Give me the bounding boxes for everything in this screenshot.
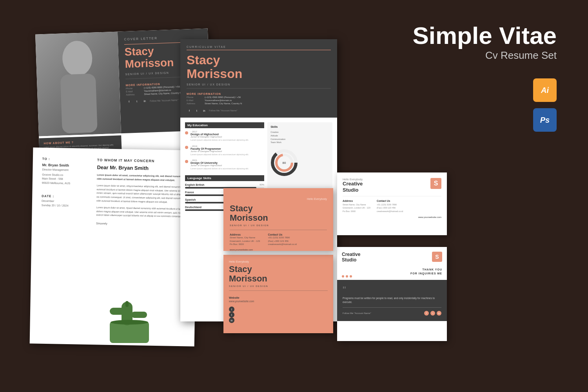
cpb-fb-icon: f bbox=[229, 307, 234, 312]
edu-item-2: - 2021 Design Of University Junior of De… bbox=[185, 159, 264, 171]
cv-phone-row: Phone (+123) 4566 8890 (Personal) / +56 bbox=[187, 96, 331, 98]
sincerely: Sincerely bbox=[96, 222, 187, 226]
cdb-right: S bbox=[432, 252, 442, 262]
date-section: DATE : December Sunday 20 / 10 / 2024 bbox=[42, 194, 93, 208]
cpb-title: SENIOR UI / UX DESIGN bbox=[229, 285, 328, 287]
main-container: Simple Vitae Cv Resume Set Ai Ps bbox=[0, 0, 588, 392]
card-pink-greeting: Hello Everybody bbox=[307, 198, 327, 200]
cdb-fb-icon: f bbox=[424, 311, 429, 316]
cv-social: f t in Follow Me "Account Name" bbox=[187, 108, 331, 113]
ig-icon: in bbox=[142, 98, 147, 104]
card-contact-col: Contact Us +01 (123) 3155 7890(Fax) +000… bbox=[268, 233, 296, 246]
letter-main-content: TO WHOM IT MAY CONCERN Dear Mr. Bryan Sm… bbox=[96, 158, 188, 226]
cpb-greeting: Hello Everybody bbox=[229, 260, 328, 263]
card-pink-bottom: Hello Everybody Stacy Morisson SENIOR UI… bbox=[223, 255, 333, 333]
card-addr-col1: Address Street Name, City NameGreenwich,… bbox=[230, 233, 260, 246]
dot1 bbox=[342, 275, 344, 278]
cv-header: CURRICULUM VITAE Stacy Morisson SENIOR U… bbox=[180, 39, 337, 118]
cdb-quote: Programs must be written for people to r… bbox=[343, 296, 441, 304]
cv-tw-icon: t bbox=[194, 108, 200, 113]
card-white-top: Hello Everybody Creative Studio S Addres… bbox=[337, 172, 447, 235]
documents-area: COVER LETTER Stacy Morisson SENIOR UI / … bbox=[31, 24, 384, 368]
cw-addr1: Address Street Name, City NameGreenwich,… bbox=[343, 200, 370, 213]
svg-rect-1 bbox=[60, 74, 98, 134]
to-label: TO : bbox=[42, 157, 93, 162]
cdb-studio-text: Creative Studio bbox=[342, 252, 360, 263]
title-area: Simple Vitae Cv Resume Set bbox=[412, 24, 557, 62]
letter-para2: Lorem ipsum dolor sit amet, erbyconsecte… bbox=[96, 184, 188, 204]
card-dark-bottom: Creative Studio S THANK YOU FOR INQUIRIE… bbox=[337, 247, 447, 341]
card-pink-website: www.yourwebsite.com bbox=[230, 249, 327, 251]
sub-title: Cv Resume Set bbox=[412, 49, 557, 62]
cpb-name: Stacy Morisson bbox=[229, 265, 328, 283]
cv-title: SENIOR UI / UX DESIGN bbox=[187, 83, 331, 86]
edu-items: - 2017 Design of Highschool Junior of De… bbox=[185, 131, 264, 171]
cw-contact-text: +01 (123) 3155 7890(Fax) +000 123 456cre… bbox=[377, 203, 403, 213]
card-contact-text: +01 (123) 3155 7890(Fax) +000 123 456cre… bbox=[268, 236, 296, 246]
tw-icon: t bbox=[134, 98, 140, 104]
cdb-dark-section: " Programs must be written for people to… bbox=[337, 280, 447, 321]
cdb-follow: Follow Me "Account Name" bbox=[343, 312, 371, 314]
svg-rect-10 bbox=[131, 312, 147, 318]
svg-rect-9 bbox=[110, 308, 127, 315]
cv-name: Stacy Morisson bbox=[187, 53, 331, 81]
to-name: Mr. Bryan Smith bbox=[42, 163, 93, 168]
cw-addr-col: Address Street Name, City NameGreenwich,… bbox=[343, 200, 441, 213]
card-pink-top: Hello Everybody Stacy Morisson SENIOR UI… bbox=[223, 188, 333, 251]
cv-label: CURRICULUM VITAE bbox=[187, 45, 331, 48]
card-pink-address-area: Address Street Name, City NameGreenwich,… bbox=[230, 233, 327, 246]
software-icons-area: Ai Ps bbox=[533, 78, 557, 132]
to-section: TO : Mr. Bryan Smith Director Management… bbox=[42, 157, 93, 208]
cover-photo bbox=[35, 32, 121, 136]
date-val: December Sunday 20 / 10 / 2024 bbox=[42, 199, 93, 208]
cw-logo: Hello Everybody Creative Studio S bbox=[343, 178, 441, 193]
lang-section-title: Language Skills bbox=[185, 175, 264, 181]
cpb-ig-icon: in bbox=[229, 318, 234, 323]
svg-point-12 bbox=[111, 320, 148, 325]
cw-addr1-title: Address bbox=[343, 200, 370, 202]
card-addr1-title: Address bbox=[230, 233, 260, 236]
cw-logo-icon: S bbox=[430, 178, 441, 189]
edu-item-0: - 2017 Design of Highschool Junior of De… bbox=[185, 131, 264, 142]
edu-item-1: - 2019 Faculty Of Programmer Junior of D… bbox=[185, 145, 264, 156]
photoshop-icon: Ps bbox=[533, 108, 557, 132]
cdb-top: Creative Studio S bbox=[337, 247, 447, 268]
svg-text:80: 80 bbox=[283, 161, 286, 165]
cdb-thank-you: THANK YOU FOR INQUIRIES ME bbox=[337, 268, 447, 276]
cactus-decoration bbox=[102, 298, 157, 345]
cw-contact-title: Contact Us bbox=[377, 200, 403, 202]
cdb-tw-icon: t bbox=[430, 311, 435, 316]
cdb-ig-icon: in bbox=[437, 311, 441, 316]
card-contact-title: Contact Us bbox=[268, 233, 296, 236]
cpb-website-label: Website bbox=[229, 296, 328, 299]
cdb-social-row: Follow Me "Account Name" f t in bbox=[343, 311, 441, 316]
letter-para1: Lorem ipsum dolor sit amet, consectetur … bbox=[97, 173, 188, 182]
cw-website: www.yourwebsite.com bbox=[343, 216, 441, 218]
quote-icon: " bbox=[343, 285, 441, 295]
cv-email-row: E-Mail Youremalhere@domain.io bbox=[187, 99, 331, 102]
cw-studio: Creative Studio bbox=[343, 181, 363, 193]
illustrator-icon: Ai bbox=[533, 78, 557, 102]
edu-dot-0 bbox=[185, 131, 188, 134]
cdb-dots bbox=[337, 275, 447, 278]
svg-point-0 bbox=[62, 40, 93, 77]
cw-studio-text: Hello Everybody Creative Studio bbox=[343, 178, 363, 193]
to-role: Director Management bbox=[42, 168, 93, 173]
photo-inner bbox=[35, 32, 121, 136]
cv-social-follow: Follow Me "Account Name" bbox=[209, 109, 238, 112]
cpb-tw-icon: t bbox=[229, 312, 234, 318]
cdb-logo-icon: S bbox=[432, 252, 442, 262]
date-label: DATE : bbox=[42, 194, 93, 199]
social-follow: Follow Me "Account Name" bbox=[150, 99, 178, 102]
cv-ig-icon: in bbox=[201, 108, 207, 113]
main-title: Simple Vitae bbox=[412, 24, 557, 48]
person-svg bbox=[51, 34, 105, 134]
card-pink-title: SENIOR UI / UX DESIGN bbox=[230, 224, 327, 227]
card-pink-name: Stacy Morisson bbox=[230, 204, 327, 223]
cv-addr-row: Address Street Name, City Name, Country … bbox=[187, 102, 331, 105]
fb-icon: f bbox=[126, 99, 132, 104]
svg-rect-11 bbox=[125, 301, 129, 307]
cpb-social: f t in bbox=[229, 307, 328, 323]
letter-para3: Lorem ipsum dolor sit amet, rtysed diame… bbox=[96, 206, 187, 219]
card-addr1-text: Street Name, City NameGreenwich, London … bbox=[230, 236, 260, 246]
